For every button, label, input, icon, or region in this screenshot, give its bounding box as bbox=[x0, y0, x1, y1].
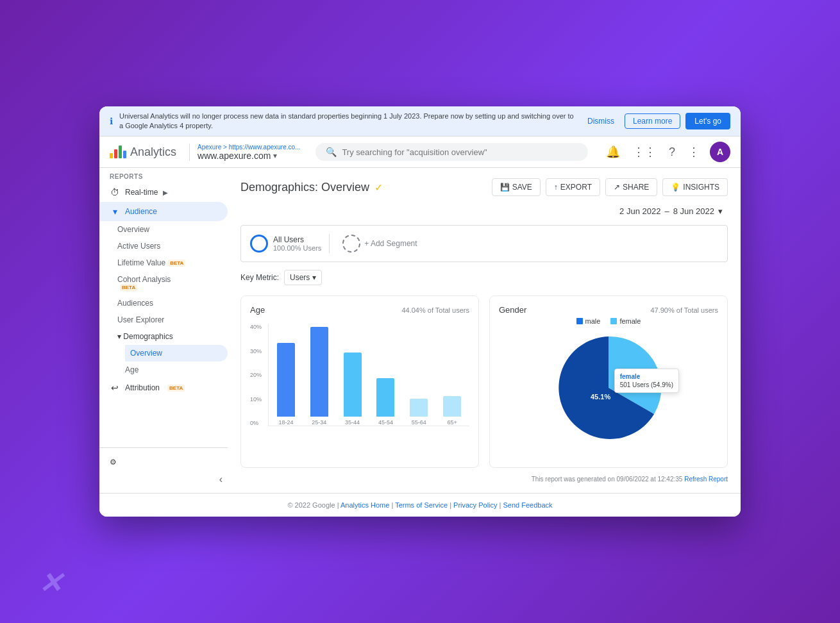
page-title: Demographics: Overview ✓ bbox=[240, 181, 383, 194]
bar-25-34[interactable]: 25-34 bbox=[306, 327, 333, 426]
all-users-segment[interactable]: All Users 100.00% Users bbox=[250, 235, 321, 253]
avatar[interactable]: A bbox=[710, 142, 730, 162]
bar-25-34-label: 25-34 bbox=[312, 419, 326, 426]
search-input[interactable] bbox=[342, 147, 578, 157]
bar-55-64-label: 55-64 bbox=[412, 419, 426, 426]
notifications-button[interactable]: 🔔 bbox=[603, 142, 623, 162]
save-button[interactable]: 💾 SAVE bbox=[492, 178, 541, 196]
gender-chart-title: Gender bbox=[499, 305, 526, 315]
main-content: REPORTS ⏱ Real-time ▶ ▾ Audience Overvie… bbox=[99, 168, 741, 493]
bar-18-24-fill bbox=[277, 343, 295, 417]
sidebar-collapse-button[interactable]: ‹ bbox=[99, 471, 228, 488]
sidebar-settings[interactable]: ⚙ bbox=[99, 453, 228, 471]
age-chart-header: Age 44.04% of Total users bbox=[250, 305, 469, 315]
sidebar-item-demographics-age[interactable]: Age bbox=[125, 361, 228, 378]
refresh-report-link[interactable]: Refresh Report bbox=[684, 476, 728, 483]
property-breadcrumb: Apexure > https://www.apexure.co... bbox=[197, 144, 300, 151]
realtime-icon: ⏱ bbox=[110, 187, 120, 197]
page-footer: © 2022 Google | Analytics Home | Terms o… bbox=[99, 493, 741, 517]
export-button[interactable]: ↑ EXPORT bbox=[546, 178, 600, 196]
sidebar-item-cohort[interactable]: Cohort Analysis BETA bbox=[117, 271, 228, 295]
sidebar-item-user-explorer[interactable]: User Explorer bbox=[117, 312, 228, 328]
logo-bar-2 bbox=[114, 149, 117, 158]
search-icon: 🔍 bbox=[326, 147, 337, 157]
logo-bar-4 bbox=[123, 151, 126, 158]
sidebar-item-realtime[interactable]: ⏱ Real-time ▶ bbox=[99, 183, 228, 202]
content-area: Demographics: Overview ✓ 💾 SAVE ↑ EXPORT bbox=[228, 168, 741, 493]
apps-button[interactable]: ⋮⋮ bbox=[630, 142, 659, 162]
sidebar: REPORTS ⏱ Real-time ▶ ▾ Audience Overvie… bbox=[99, 168, 228, 493]
beta-badge: BETA bbox=[168, 260, 185, 267]
sidebar-item-active-users[interactable]: Active Users bbox=[117, 238, 228, 254]
y-label-40: 40% bbox=[250, 324, 262, 330]
segment-info: All Users 100.00% Users bbox=[273, 235, 321, 252]
gender-chart-subtitle: 47.90% of Total users bbox=[650, 306, 718, 314]
verified-icon: ✓ bbox=[374, 181, 383, 194]
terms-link[interactable]: Terms of Service bbox=[395, 501, 448, 509]
demographics-subitems: Overview Age bbox=[117, 345, 228, 378]
bar-65plus-label: 65+ bbox=[447, 419, 457, 426]
logo[interactable]: Analytics bbox=[110, 145, 176, 159]
report-footer: This report was generated on 09/06/2022 … bbox=[240, 476, 728, 483]
insights-button[interactable]: 💡 INSIGHTS bbox=[662, 178, 728, 196]
add-segment-button[interactable]: + Add Segment bbox=[337, 232, 422, 255]
beta-badge: BETA bbox=[120, 284, 137, 291]
legend-male: male bbox=[576, 317, 601, 325]
segments-row: All Users 100.00% Users + Add Segment bbox=[240, 225, 728, 262]
segment-name: All Users bbox=[273, 235, 321, 244]
gender-chart-header: Gender 47.90% of Total users bbox=[499, 305, 718, 315]
sidebar-item-audience[interactable]: ▾ Audience bbox=[99, 202, 228, 221]
sidebar-item-attribution[interactable]: ↩ Attribution BETA bbox=[99, 378, 228, 397]
attribution-beta-badge: BETA bbox=[167, 385, 185, 392]
dismiss-button[interactable]: Dismiss bbox=[582, 114, 619, 128]
key-metric-label: Key Metric: bbox=[240, 273, 279, 282]
male-pct-label: 45.1% bbox=[591, 393, 610, 401]
share-button[interactable]: ↗ SHARE bbox=[605, 178, 657, 196]
pie-container: 45.1% 54.9% female 501 Users (54.9%) bbox=[544, 330, 673, 448]
bar-65plus[interactable]: 65+ bbox=[439, 396, 466, 426]
sidebar-item-lifetime-value[interactable]: Lifetime ValueBETA bbox=[117, 254, 228, 271]
sidebar-item-audience-label: Audience bbox=[125, 207, 157, 216]
age-bar-chart: 40% 30% 20% 10% 0% 18-24 bbox=[250, 317, 469, 458]
bar-35-44[interactable]: 35-44 bbox=[339, 353, 366, 426]
pie-tooltip: female 501 Users (54.9%) bbox=[614, 369, 679, 393]
header-icons: 🔔 ⋮⋮ ? ⋮ A bbox=[603, 142, 730, 162]
search-bar[interactable]: 🔍 bbox=[315, 143, 588, 161]
bar-45-54[interactable]: 45-54 bbox=[372, 378, 399, 426]
date-range-selector[interactable]: 2 Jun 2022 – 8 Jun 2022 ▾ bbox=[614, 204, 728, 219]
more-options-button[interactable]: ⋮ bbox=[685, 142, 702, 162]
metric-chevron-icon: ▾ bbox=[312, 273, 316, 282]
learn-more-button[interactable]: Learn more bbox=[625, 113, 680, 129]
bar-65plus-fill bbox=[443, 396, 461, 417]
gender-pie-chart: male female bbox=[499, 317, 718, 448]
app-header: Analytics Apexure > https://www.apexure.… bbox=[99, 137, 741, 168]
date-chevron-icon: ▾ bbox=[718, 206, 723, 216]
bar-chart-bars: 18-24 25-34 35-44 bbox=[268, 324, 469, 426]
page-header: Demographics: Overview ✓ 💾 SAVE ↑ EXPORT bbox=[240, 178, 728, 196]
sidebar-item-demographics-overview[interactable]: Overview bbox=[125, 345, 228, 361]
feedback-link[interactable]: Send Feedback bbox=[503, 501, 553, 509]
bar-18-24[interactable]: 18-24 bbox=[273, 343, 299, 426]
insights-icon: 💡 bbox=[671, 183, 680, 192]
y-label-30: 30% bbox=[250, 348, 262, 354]
help-button[interactable]: ? bbox=[666, 143, 678, 162]
bar-55-64[interactable]: 55-64 bbox=[405, 399, 432, 426]
logo-bars bbox=[110, 145, 126, 158]
analytics-home-link[interactable]: Analytics Home bbox=[340, 501, 389, 509]
property-selector[interactable]: Apexure > https://www.apexure.co... www.… bbox=[189, 144, 300, 161]
legend-female: female bbox=[610, 317, 641, 325]
key-metric-row: Key Metric: Users ▾ bbox=[240, 270, 728, 285]
chevron-down-icon: ▾ bbox=[273, 151, 277, 160]
key-metric-select[interactable]: Users ▾ bbox=[284, 270, 322, 285]
bar-45-54-fill bbox=[376, 378, 394, 417]
privacy-link[interactable]: Privacy Policy bbox=[453, 501, 497, 509]
age-chart-title: Age bbox=[250, 305, 265, 315]
sidebar-item-attribution-label: Attribution bbox=[125, 383, 160, 392]
sidebar-item-demographics[interactable]: ▾ Demographics bbox=[117, 328, 228, 345]
lets-go-button[interactable]: Let's go bbox=[685, 113, 730, 129]
sidebar-item-audiences[interactable]: Audiences bbox=[117, 295, 228, 312]
segment-sub: 100.00% Users bbox=[273, 244, 321, 252]
y-label-20: 20% bbox=[250, 372, 262, 378]
bar-18-24-label: 18-24 bbox=[278, 419, 293, 426]
sidebar-item-overview[interactable]: Overview bbox=[117, 221, 228, 238]
